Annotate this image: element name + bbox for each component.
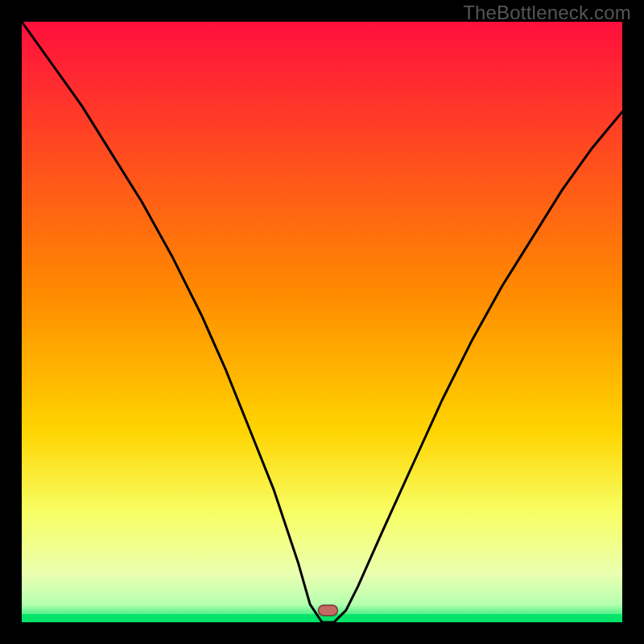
minimum-marker <box>319 605 338 616</box>
chart-frame: { "watermark": "TheBottleneck.com", "cha… <box>0 0 644 644</box>
bottleneck-chart <box>0 0 644 644</box>
watermark-text: TheBottleneck.com <box>463 2 631 24</box>
plot-background <box>22 22 622 622</box>
